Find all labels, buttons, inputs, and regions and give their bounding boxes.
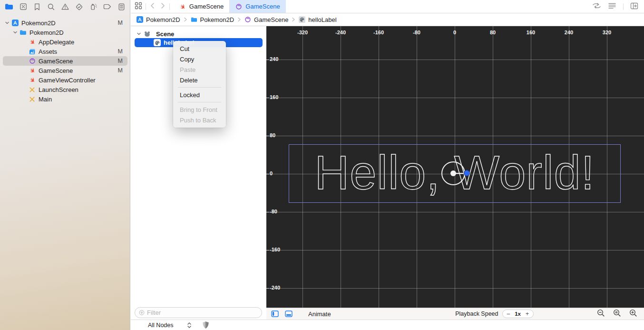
nodes-filter-stepper-icon[interactable] (187, 322, 192, 329)
menu-item-locked[interactable]: Locked (173, 90, 226, 100)
file-tree: Pokemon2DMPokemon2DAppDelegateAssetsMGam… (0, 18, 130, 104)
project-navigator-icon[interactable] (4, 2, 14, 11)
breadcrumb-pokemon2d[interactable]: Pokemon2D (191, 16, 234, 23)
filter-input[interactable] (147, 309, 258, 316)
ruler-x-label: -80 (413, 30, 420, 35)
menu-item-cut[interactable]: Cut (173, 43, 226, 54)
storyboard-icon (29, 86, 36, 93)
gridline-horizontal (266, 60, 644, 60)
tabs: GameSceneGameScene (174, 0, 286, 13)
breadcrumb-gamescene[interactable]: GameScene (244, 16, 288, 23)
file-row-gameviewcontroller[interactable]: GameViewController (0, 75, 130, 85)
app-icon (137, 16, 143, 23)
toggle-outline-panel-icon[interactable] (271, 310, 279, 317)
navigator-tab-bar (0, 0, 130, 13)
file-row-appdelegate[interactable]: AppDelegate (0, 37, 130, 47)
file-row-launchscreen[interactable]: LaunchScreen (0, 85, 130, 94)
tab-tools (131, 0, 170, 13)
swift-icon (29, 67, 36, 74)
debug-icon[interactable] (88, 2, 98, 11)
nodes-filter-row: All Nodes (131, 320, 266, 330)
xcode-window: Pokemon2DMPokemon2DAppDelegateAssetsMGam… (0, 0, 644, 330)
issues-icon[interactable] (60, 2, 70, 11)
folder-icon (20, 29, 27, 36)
divider (623, 3, 624, 10)
context-menu: CutCopyPasteDeleteLockedBring to FrontPu… (173, 41, 226, 128)
ruler-y-tick (266, 60, 269, 60)
assets-icon (29, 48, 36, 55)
menu-separator (178, 102, 221, 102)
file-label: GameViewController (39, 77, 96, 84)
jump-bar: Pokemon2DPokemon2DGameScenehelloLabel (131, 13, 644, 26)
file-row-pokemon2d[interactable]: Pokemon2DM (0, 18, 130, 28)
disclosure-chevron-icon[interactable] (137, 31, 141, 36)
ruler-y-tick (266, 288, 269, 289)
position-handle-dot[interactable] (450, 170, 456, 176)
speed-value: 1x (515, 311, 521, 317)
menu-item-delete[interactable]: Delete (173, 75, 226, 85)
editor-toolbar-right (592, 0, 644, 13)
ruler-y-tick (266, 98, 269, 99)
adjust-editor-icon[interactable] (592, 2, 601, 11)
ruler-y-label: 160 (270, 94, 278, 100)
rotation-handle-dot[interactable] (464, 170, 470, 176)
outline-scene-row[interactable]: Scene (137, 30, 174, 38)
file-row-gamescene[interactable]: GameSceneM (0, 66, 130, 75)
gridline-horizontal (266, 212, 644, 212)
breadcrumb-label: Pokemon2D (200, 16, 234, 23)
file-row-assets[interactable]: AssetsM (0, 47, 130, 56)
file-row-main[interactable]: Main (0, 94, 130, 104)
ruler-y-label: -240 (270, 285, 280, 290)
tests-icon[interactable] (74, 2, 85, 11)
shield-icon[interactable] (202, 321, 209, 329)
ruler-x-label: 0 (453, 30, 456, 35)
breadcrumb-pokemon2d[interactable]: Pokemon2D (137, 16, 180, 23)
breadcrumb-hellolabel[interactable]: helloLabel (299, 16, 336, 23)
file-row-gamescene[interactable]: GameSceneM (0, 56, 130, 66)
bookmarks-icon[interactable] (32, 2, 42, 11)
file-label: GameScene (39, 58, 73, 65)
source-control-icon[interactable] (18, 2, 29, 11)
speed-increase-button[interactable]: + (526, 310, 529, 317)
add-editor-icon[interactable] (630, 2, 638, 11)
playback-speed-label: Playback Speed (455, 310, 498, 317)
toggle-action-editor-icon[interactable] (285, 310, 293, 317)
file-row-pokemon2d[interactable]: Pokemon2D (0, 28, 130, 37)
menu-item-copy[interactable]: Copy (173, 54, 226, 64)
filter-icon (139, 310, 145, 316)
modified-badge: M (118, 58, 123, 64)
zoom-out-icon[interactable] (597, 309, 605, 319)
find-icon[interactable] (46, 2, 57, 11)
swift-icon (29, 77, 36, 84)
spritekit-icon (235, 3, 243, 10)
file-label: GameScene (39, 67, 73, 74)
reports-icon[interactable] (116, 2, 127, 11)
menu-item-bring-to-front: Bring to Front (173, 104, 226, 115)
editor-tab-gamescene-active[interactable]: GameScene (230, 0, 286, 13)
speed-decrease-button[interactable]: – (507, 310, 510, 317)
zoom-actual-size-icon[interactable] (613, 309, 621, 319)
storyboard-icon (29, 96, 36, 103)
zoom-in-icon[interactable] (629, 309, 637, 319)
disclosure-chevron-icon[interactable] (5, 20, 10, 25)
editor-options-icon[interactable] (608, 2, 616, 10)
modified-badge: M (118, 20, 123, 26)
nodes-filter-select[interactable]: All Nodes (148, 322, 174, 329)
ruler-x-label: -240 (335, 30, 346, 35)
related-items-grid-icon[interactable] (135, 2, 142, 11)
ruler-x-label: -320 (297, 30, 308, 35)
ruler-y-tick (266, 174, 269, 175)
label-icon (299, 16, 305, 23)
animate-button[interactable]: Animate (308, 310, 331, 318)
back-chevron-icon[interactable] (149, 2, 156, 10)
file-label: LaunchScreen (39, 86, 78, 93)
editor-tab-gamescene[interactable]: GameScene (174, 0, 230, 13)
file-label: AppDelegate (39, 39, 74, 46)
disclosure-chevron-icon[interactable] (13, 30, 18, 35)
tab-label: GameScene (189, 3, 224, 10)
forward-chevron-icon[interactable] (159, 2, 166, 10)
gridline-horizontal (266, 136, 644, 136)
breakpoints-icon[interactable] (102, 2, 113, 11)
breadcrumb-chevron-icon (292, 17, 295, 22)
scene-editor-canvas[interactable]: Hello, World! -320-240-160-8008016024032… (266, 26, 644, 308)
